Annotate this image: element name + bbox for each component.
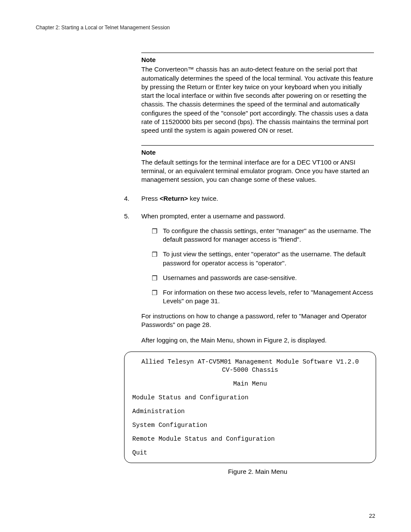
terminal-screenshot: Allied Telesyn AT-CV5M01 Management Modu… — [124, 352, 376, 463]
step-text-pre: Press — [141, 195, 160, 202]
list-item-text: To configure the chassis settings, enter… — [163, 227, 371, 243]
note-label: Note — [141, 148, 374, 157]
step-5: 5. When prompted, enter a username and p… — [124, 212, 374, 476]
divider — [141, 145, 374, 146]
list-item: ❐ To just view the settings, enter "oper… — [152, 250, 374, 268]
step-4: 4. Press <Return> key twice. — [124, 194, 374, 203]
chapter-header: Chapter 2: Starting a Local or Telnet Ma… — [36, 24, 375, 31]
step-number: 5. — [124, 212, 137, 221]
list-item-text: To just view the settings, enter "operat… — [163, 250, 366, 266]
list-item: ❐ Usernames and passwords are case-sensi… — [152, 274, 374, 282]
divider — [141, 53, 374, 53]
terminal-line: Allied Telesyn AT-CV5M01 Management Modu… — [132, 358, 368, 366]
terminal-line: CV-5000 Chassis — [132, 366, 368, 374]
list-item: ❐ To configure the chassis settings, ent… — [152, 227, 374, 244]
step-text-bold: <Return> — [160, 195, 188, 202]
paragraph: After logging on, the Main Menu, shown i… — [141, 336, 374, 345]
bullet-icon: ❐ — [152, 274, 157, 283]
step-text-post: key twice. — [188, 195, 218, 202]
content-column: Note The Converteon™ chassis has an auto… — [141, 53, 374, 476]
bullet-icon: ❐ — [152, 227, 157, 236]
note-body: The Converteon™ chassis has an auto-dete… — [141, 65, 374, 135]
step-text: Press <Return> key twice. — [141, 195, 218, 202]
bullet-icon: ❐ — [152, 289, 157, 297]
list-item: ❐ For information on these two access le… — [152, 288, 374, 306]
terminal-line: Remote Module Status and Configuration — [132, 435, 368, 443]
bullet-icon: ❐ — [152, 250, 157, 259]
terminal-line: Main Menu — [132, 380, 368, 388]
step-list: 4. Press <Return> key twice. 5. When pro… — [124, 194, 374, 476]
note-block: Note The default settings for the termin… — [141, 145, 374, 184]
terminal-line: Module Status and Configuration — [132, 394, 368, 401]
note-label: Note — [141, 56, 374, 64]
list-item-text: For information on these two access leve… — [163, 289, 373, 305]
sub-bullet-list: ❐ To configure the chassis settings, ent… — [152, 227, 374, 306]
note-body: The default settings for the terminal in… — [141, 158, 374, 184]
step-text: When prompted, enter a username and pass… — [141, 212, 285, 220]
page: Chapter 2: Starting a Local or Telnet Ma… — [0, 0, 411, 532]
page-number: 22 — [369, 512, 375, 520]
terminal-line: Administration — [132, 408, 368, 415]
list-item-text: Usernames and passwords are case-sensiti… — [163, 274, 297, 281]
figure-caption: Figure 2. Main Menu — [141, 467, 374, 476]
terminal-line: Quit — [132, 449, 368, 457]
paragraph: For instructions on how to change a pass… — [141, 312, 374, 330]
note-block: Note The Converteon™ chassis has an auto… — [141, 53, 374, 135]
terminal-line: System Configuration — [132, 421, 368, 429]
step-number: 4. — [124, 194, 137, 203]
